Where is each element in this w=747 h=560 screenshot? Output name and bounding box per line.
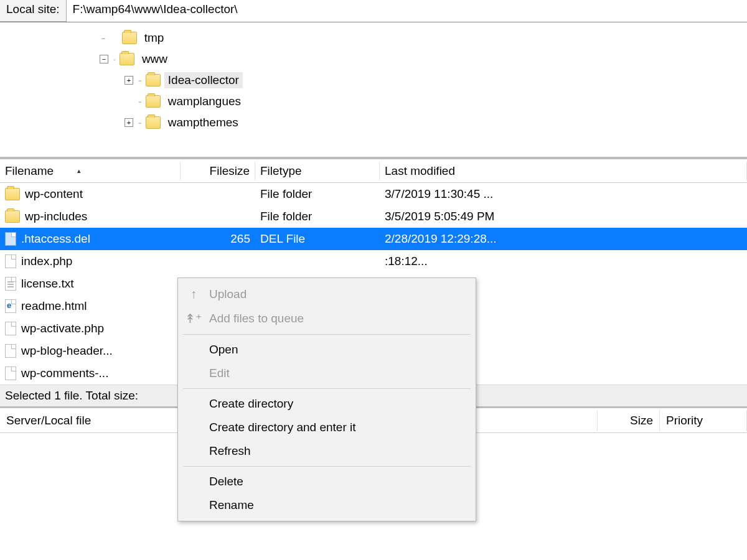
menu-create-directory[interactable]: Create directory [178,392,476,416]
folder-icon [5,210,20,223]
file-name: wp-includes [25,210,87,223]
tree-label: www [138,51,171,67]
cell-lastmodified: 3/7/2019 11:30:45 ... [380,185,747,203]
upload-icon: ↑ [187,287,200,301]
file-row[interactable]: wp-contentFile folder3/7/2019 11:30:45 .… [0,183,747,205]
local-site-label: Local site: [0,0,67,22]
tree-lines: ·· [138,96,141,106]
file-icon [5,344,16,358]
cell-filename: license.txt [0,274,181,293]
cell-filetype: DEL File [255,230,380,248]
cell-lastmodified: 2/28/2019 12:29:28... [380,230,747,248]
file-name: wp-content [25,187,83,201]
menu-open[interactable]: Open [178,338,476,362]
menu-upload[interactable]: ↑ Upload [178,282,476,306]
html-file-icon [5,299,16,313]
sort-asc-icon: ▴ [77,167,81,175]
cell-filesize: 265 [181,230,255,248]
local-site-bar: Local site: F:\wamp64\www\Idea-collector… [0,0,747,22]
menu-label: Upload [209,287,247,301]
context-menu: ↑ Upload ↟⁺ Add files to queue Open Edit… [177,278,476,521]
folder-icon [146,74,161,86]
collapse-toggle[interactable]: − [100,55,108,63]
file-name: wp-activate.php [21,322,104,335]
add-queue-icon: ↟⁺ [187,311,200,326]
tree-label: Idea-collector [164,72,243,88]
cell-filename: wp-activate.php [0,319,181,338]
cell-filetype [255,259,380,264]
menu-rename[interactable]: Rename [178,493,476,517]
cell-filesize [181,259,255,264]
menu-edit[interactable]: Edit [178,362,476,385]
expand-toggle[interactable]: + [125,76,133,85]
tree-node[interactable]: ··wamplangues [125,91,747,112]
file-row[interactable]: wp-includesFile folder3/5/2019 5:05:49 P… [0,205,747,228]
cell-lastmodified: 3/5/2019 5:05:49 PM [380,207,747,226]
file-row[interactable]: index.php:18:12... [0,250,747,273]
cell-filesize [181,214,255,219]
menu-separator [183,334,471,335]
file-row[interactable]: .htaccess.del265DEL File2/28/2019 12:29:… [0,228,747,250]
column-lastmodified[interactable]: Last modified [380,162,747,180]
file-name: readme.html [21,299,87,313]
tree-node[interactable]: +··Idea-collector [125,70,747,91]
file-icon [5,366,16,380]
folder-icon [5,188,20,200]
column-filetype[interactable]: Filetype [255,162,380,180]
menu-label: Refresh [209,444,251,458]
menu-refresh[interactable]: Refresh [178,439,476,463]
tree-node-www[interactable]: − · www [100,49,747,70]
tree-label: wamplangues [164,93,245,110]
cell-filesize [181,192,255,197]
column-filename[interactable]: Filename ▴ [0,162,181,180]
tree-lines: ··· [101,33,105,43]
folder-icon [146,95,161,108]
cell-filename: wp-blog-header... [0,342,181,360]
file-name: license.txt [21,277,73,291]
folder-icon [122,32,137,44]
menu-label: Create directory and enter it [209,421,356,434]
menu-label: Create directory [209,397,293,411]
cell-filename: .htaccess.del [0,230,181,248]
file-name: .htaccess.del [21,232,90,246]
cell-filename: wp-content [0,185,181,203]
menu-label: Delete [209,475,243,488]
cell-filetype: File folder [255,185,380,203]
file-name: wp-blog-header... [21,344,113,358]
file-icon [5,254,16,268]
menu-label: Add files to queue [209,312,304,325]
folder-icon [120,53,134,65]
tree-lines: ·· [138,118,141,128]
tree-label: tmp [141,30,168,46]
local-site-path[interactable]: F:\wamp64\www\Idea-collector\ [67,0,747,22]
cell-filename: wp-includes [0,207,181,226]
menu-separator [183,388,471,389]
tree-lines: · [113,54,115,64]
expand-toggle[interactable]: + [125,118,133,127]
column-filesize[interactable]: Filesize [181,162,255,180]
folder-tree[interactable]: ··· tmp − · www +··Idea-collector··wampl… [0,22,747,159]
file-name: wp-comments-... [21,366,108,380]
menu-create-directory-enter[interactable]: Create directory and enter it [178,416,476,439]
file-name: index.php [21,254,72,268]
column-priority[interactable]: Priority [660,410,747,431]
folder-icon [146,116,161,129]
menu-label: Open [209,343,238,357]
tree-label: wampthemes [164,114,242,131]
menu-label: Rename [209,498,254,512]
column-size[interactable]: Size [598,410,660,431]
file-icon [5,232,16,246]
tree-node-tmp[interactable]: ··· tmp [100,27,747,49]
menu-separator [183,466,471,467]
cell-filename: index.php [0,252,181,271]
menu-add-to-queue[interactable]: ↟⁺ Add files to queue [178,306,476,331]
cell-lastmodified: :18:12... [380,252,747,271]
file-icon [5,322,16,335]
tree-lines: ·· [138,75,141,85]
column-label: Filename [5,164,54,178]
text-file-icon [5,277,16,291]
tree-node[interactable]: +··wampthemes [125,112,747,133]
menu-delete[interactable]: Delete [178,470,476,493]
file-list-header[interactable]: Filename ▴ Filesize Filetype Last modifi… [0,159,747,183]
menu-label: Edit [209,366,230,380]
